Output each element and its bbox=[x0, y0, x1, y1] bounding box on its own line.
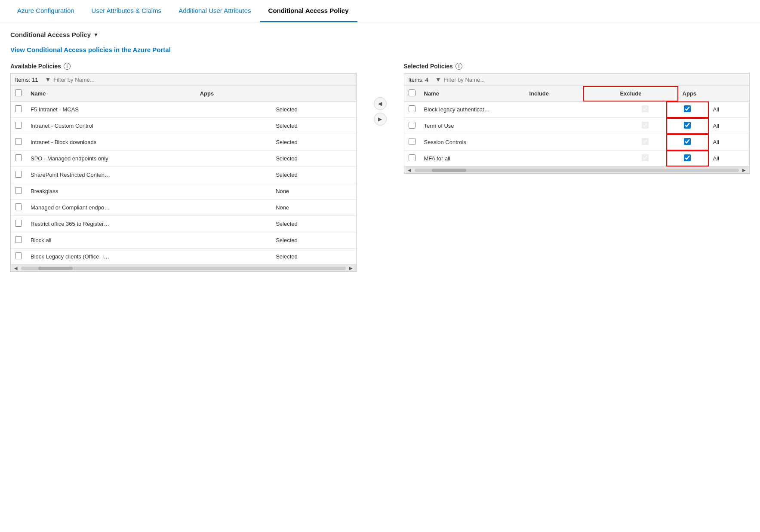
azure-portal-link[interactable]: View Conditional Access policies in the … bbox=[10, 46, 171, 53]
selected-scroll-right-icon[interactable]: ▶ bbox=[741, 168, 748, 172]
selected-row-apps-1: All bbox=[709, 118, 749, 134]
available-col-apps: Apps bbox=[196, 86, 356, 101]
available-row-apps-2: Selected bbox=[271, 134, 356, 151]
available-scroll-track bbox=[21, 267, 346, 270]
selected-filter-icon: ▼ bbox=[435, 76, 441, 83]
available-row-apps-1: Selected bbox=[271, 118, 356, 134]
available-policies-panel: Available Policies i Items: 11 ▼ bbox=[10, 63, 357, 272]
include-checkbox-0 bbox=[642, 105, 649, 112]
available-row-name-5: Breakglass bbox=[26, 183, 271, 200]
selected-policies-table-container: Items: 4 ▼ Name Include Exclude bbox=[404, 73, 750, 174]
selected-row-checkbox-2[interactable] bbox=[409, 138, 415, 145]
available-table-scroll[interactable]: F5 Intranet - MCAS Selected Intranet - C… bbox=[11, 101, 356, 264]
tab-additional-user-attributes[interactable]: Additional User Attributes bbox=[170, 0, 259, 22]
available-row-checkbox-9[interactable] bbox=[15, 252, 22, 259]
available-row-apps-3: Selected bbox=[271, 151, 356, 167]
available-policies-data-table: F5 Intranet - MCAS Selected Intranet - C… bbox=[11, 101, 356, 264]
available-row-name-6: Managed or Compliant endpo… bbox=[26, 200, 271, 216]
selected-row-exclude-2 bbox=[666, 134, 709, 151]
selected-policies-data-table: Block legacy authenticat… All Term of Us… bbox=[404, 101, 750, 166]
available-row-name-8: Block all bbox=[26, 232, 271, 249]
selected-row-checkbox-0[interactable] bbox=[409, 105, 415, 112]
available-scroll-right-icon[interactable]: ▶ bbox=[348, 266, 354, 271]
selected-scroll-left-icon[interactable]: ◀ bbox=[406, 168, 413, 172]
selected-row-include-0 bbox=[624, 101, 666, 118]
available-h-scrollbar[interactable]: ◀ ▶ bbox=[11, 264, 356, 271]
available-policies-toolbar: Items: 11 ▼ bbox=[11, 74, 356, 86]
selected-table-scroll[interactable]: Block legacy authenticat… All Term of Us… bbox=[404, 101, 750, 166]
selected-row-checkbox-1[interactable] bbox=[409, 122, 415, 129]
selected-filter-input[interactable] bbox=[444, 77, 745, 83]
selected-policies-info-icon[interactable]: i bbox=[455, 63, 462, 70]
available-row-checkbox-5[interactable] bbox=[15, 187, 22, 194]
available-row-checkbox-7[interactable] bbox=[15, 220, 22, 227]
exclude-checkbox-1[interactable] bbox=[684, 122, 691, 129]
transfer-right-button[interactable]: ▶ bbox=[374, 113, 387, 126]
selected-policies-panel: Selected Policies i Items: 4 ▼ bbox=[404, 63, 750, 174]
available-table-row: Block Legacy clients (Office, I… Selecte… bbox=[11, 249, 356, 265]
selected-row-checkbox-3[interactable] bbox=[409, 154, 415, 161]
available-table-row: Intranet - Block downloads Selected bbox=[11, 134, 356, 151]
available-row-name-9: Block Legacy clients (Office, I… bbox=[26, 249, 271, 265]
tab-azure-configuration[interactable]: Azure Configuration bbox=[9, 0, 83, 22]
selected-col-name: Name bbox=[420, 86, 495, 101]
selected-row-name-1: Term of Use bbox=[420, 118, 624, 134]
selected-row-apps-3: All bbox=[709, 151, 749, 167]
exclude-checkbox-2[interactable] bbox=[684, 138, 691, 145]
selected-col-include: Include bbox=[495, 86, 583, 101]
selected-row-apps-0: All bbox=[709, 101, 749, 118]
selected-table-row: Block legacy authenticat… All bbox=[404, 101, 750, 118]
available-row-apps-8: Selected bbox=[271, 232, 356, 249]
section-heading[interactable]: Conditional Access Policy ▼ bbox=[10, 31, 750, 38]
available-filter-input[interactable] bbox=[53, 77, 351, 83]
available-items-count: Items: 11 bbox=[15, 77, 38, 83]
tab-conditional-access-policy[interactable]: Conditional Access Policy bbox=[260, 0, 357, 22]
selected-col-exclude: Exclude bbox=[583, 86, 678, 101]
available-row-checkbox-0[interactable] bbox=[15, 105, 22, 112]
selected-policies-toolbar: Items: 4 ▼ bbox=[404, 74, 750, 86]
selected-policies-label: Selected Policies i bbox=[404, 63, 750, 70]
available-row-checkbox-4[interactable] bbox=[15, 171, 22, 178]
available-row-name-1: Intranet - Custom Control bbox=[26, 118, 271, 134]
available-select-all-checkbox[interactable] bbox=[15, 89, 22, 96]
available-scroll-thumb bbox=[38, 267, 73, 270]
available-row-checkbox-1[interactable] bbox=[15, 122, 22, 129]
selected-row-exclude-0 bbox=[666, 101, 709, 118]
available-row-checkbox-3[interactable] bbox=[15, 154, 22, 161]
available-table-row: Block all Selected bbox=[11, 232, 356, 249]
selected-row-include-1 bbox=[624, 118, 666, 134]
available-table-row: Managed or Compliant endpo… None bbox=[11, 200, 356, 216]
selected-row-exclude-3 bbox=[666, 151, 709, 167]
available-row-checkbox-8[interactable] bbox=[15, 236, 22, 243]
selected-h-scrollbar[interactable]: ◀ ▶ bbox=[404, 166, 750, 173]
available-row-name-3: SPO - Managed endpoints only bbox=[26, 151, 271, 167]
available-table-row: Restrict office 365 to Register… Selecte… bbox=[11, 216, 356, 232]
panels-container: Available Policies i Items: 11 ▼ bbox=[10, 63, 750, 272]
selected-row-exclude-1 bbox=[666, 118, 709, 134]
available-row-apps-4: Selected bbox=[271, 167, 356, 183]
available-row-checkbox-2[interactable] bbox=[15, 138, 22, 145]
exclude-checkbox-0[interactable] bbox=[684, 105, 691, 112]
selected-row-name-3: MFA for all bbox=[420, 151, 624, 167]
available-row-name-0: F5 Intranet - MCAS bbox=[26, 101, 271, 118]
available-table-row: Breakglass None bbox=[11, 183, 356, 200]
selected-policies-table: Name Include Exclude Apps bbox=[404, 86, 750, 101]
exclude-checkbox-3[interactable] bbox=[684, 154, 691, 161]
selected-row-apps-2: All bbox=[709, 134, 749, 151]
chevron-down-icon: ▼ bbox=[93, 32, 98, 38]
selected-select-all-checkbox[interactable] bbox=[409, 89, 415, 96]
selected-filter-area: ▼ bbox=[435, 76, 745, 83]
selected-row-name-2: Session Controls bbox=[420, 134, 624, 151]
tab-user-attributes-claims[interactable]: User Attributes & Claims bbox=[83, 0, 170, 22]
available-row-apps-5: None bbox=[271, 183, 356, 200]
available-scroll-left-icon[interactable]: ◀ bbox=[12, 266, 19, 271]
available-table-row: Intranet - Custom Control Selected bbox=[11, 118, 356, 134]
available-policies-info-icon[interactable]: i bbox=[64, 63, 71, 70]
available-table-row: SharePoint Restricted Conten… Selected bbox=[11, 167, 356, 183]
available-row-apps-9: Selected bbox=[271, 249, 356, 265]
available-row-apps-6: None bbox=[271, 200, 356, 216]
selected-table-row: Term of Use All bbox=[404, 118, 750, 134]
transfer-left-button[interactable]: ◀ bbox=[374, 97, 387, 110]
available-row-checkbox-6[interactable] bbox=[15, 203, 22, 210]
include-checkbox-2 bbox=[642, 138, 649, 145]
